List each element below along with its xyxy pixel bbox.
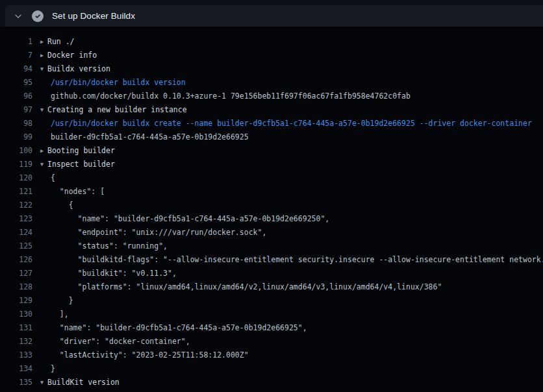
log-row[interactable]: 1 ▶ Run ./	[0, 35, 543, 49]
log-text: Docker info	[47, 49, 97, 62]
log-row: 125 "status": "running",	[0, 239, 543, 253]
log-text: /usr/bin/docker buildx version	[47, 76, 186, 90]
group-toggle-icon	[40, 130, 47, 144]
log-text: github.com/docker/buildx 0.10.3+azure-1 …	[47, 90, 410, 103]
line-number-link[interactable]: 131	[0, 321, 32, 335]
log-text: Booting builder	[47, 144, 115, 158]
line-number-link[interactable]: 123	[0, 212, 32, 226]
log-row: 128 "platforms": "linux/amd64,linux/amd6…	[0, 280, 543, 294]
group-toggle-icon	[40, 294, 47, 308]
group-expand-icon[interactable]: ▶	[40, 144, 47, 158]
log-text: "lastActivity": "2023-02-25T11:58:12.000…	[47, 349, 249, 362]
line-number-link[interactable]: 7	[0, 49, 32, 62]
log-text: "endpoint": "unix:///var/run/docker.sock…	[47, 226, 266, 239]
log-text: }	[47, 362, 55, 376]
group-toggle-icon	[40, 308, 47, 321]
log-row: 121 "nodes": [	[0, 185, 543, 199]
line-number-link[interactable]: 100	[0, 144, 32, 158]
group-toggle-icon	[40, 335, 47, 349]
log-text: "platforms": "linux/amd64,linux/amd64/v2…	[47, 280, 442, 294]
log-row: 126 "buildkitd-flags": "--allow-insecure…	[0, 253, 543, 267]
log-text: Run ./	[47, 35, 75, 49]
log-row: 134 }	[0, 362, 543, 376]
line-number-link[interactable]: 1	[0, 35, 32, 49]
group-toggle-icon	[40, 212, 47, 226]
group-expand-icon[interactable]: ▶	[40, 35, 47, 49]
line-number-link[interactable]: 94	[0, 62, 32, 76]
group-collapse-icon[interactable]: ▼	[40, 376, 47, 389]
log-row[interactable]: 7 ▶ Docker info	[0, 49, 543, 62]
group-toggle-icon	[40, 267, 47, 280]
line-number-link[interactable]: 96	[0, 90, 32, 103]
line-number-link[interactable]: 135	[0, 376, 32, 389]
line-number-link[interactable]: 97	[0, 103, 32, 117]
check-circle-icon	[32, 10, 44, 22]
line-number-link[interactable]: 130	[0, 308, 32, 321]
log-row: 129 }	[0, 294, 543, 308]
line-number-link[interactable]: 119	[0, 158, 32, 171]
step-header[interactable]: Set up Docker Buildx	[5, 5, 543, 27]
line-number-link[interactable]: 127	[0, 267, 32, 280]
log-row[interactable]: 135 ▼ BuildKit version	[0, 376, 543, 389]
log-container: 1 ▶ Run ./ 7 ▶ Docker info 94 ▼ Buildx v…	[0, 27, 543, 392]
log-row[interactable]: 97 ▼ Creating a new builder instance	[0, 103, 543, 117]
log-text: "name": "builder-d9cfb5a1-c764-445a-a57e…	[47, 321, 307, 335]
group-toggle-icon	[40, 90, 47, 103]
log-row[interactable]: 94 ▼ Buildx version	[0, 62, 543, 76]
log-text: {	[47, 199, 73, 212]
group-toggle-icon	[40, 280, 47, 294]
log-text: Inspect builder	[47, 158, 115, 171]
log-row: 99 builder-d9cfb5a1-c764-445a-a57e-0b19d…	[0, 130, 543, 144]
step-title: Set up Docker Buildx	[52, 11, 135, 21]
log-row[interactable]: 119 ▼ Inspect builder	[0, 158, 543, 171]
log-row[interactable]: 100 ▶ Booting builder	[0, 144, 543, 158]
log-row: 132 "driver": "docker-container",	[0, 335, 543, 349]
group-toggle-icon	[40, 171, 47, 185]
line-number-link[interactable]: 125	[0, 239, 32, 253]
log-text: {	[47, 171, 55, 185]
chevron-down-icon[interactable]	[14, 12, 23, 21]
line-number-link[interactable]: 98	[0, 117, 32, 130]
log-text: "buildkit": "v0.11.3",	[47, 267, 177, 280]
line-number-link[interactable]: 122	[0, 199, 32, 212]
log-row: 124 "endpoint": "unix:///var/run/docker.…	[0, 226, 543, 239]
group-toggle-icon	[40, 321, 47, 335]
log-text: Creating a new builder instance	[47, 103, 187, 117]
log-text: "name": "builder-d9cfb5a1-c764-445a-a57e…	[47, 212, 329, 226]
group-toggle-icon	[40, 362, 47, 376]
line-number-link[interactable]: 136	[0, 389, 32, 392]
log-row: 133 "lastActivity": "2023-02-25T11:58:12…	[0, 349, 543, 362]
line-number-link[interactable]: 132	[0, 335, 32, 349]
line-number-link[interactable]: 134	[0, 362, 32, 376]
line-number-link[interactable]: 99	[0, 130, 32, 144]
log-text: "buildkitd-flags": "--allow-insecure-ent…	[47, 253, 543, 267]
line-number-link[interactable]: 95	[0, 76, 32, 90]
line-number-link[interactable]: 126	[0, 253, 32, 267]
group-toggle-icon	[40, 239, 47, 253]
log-row: 98 /usr/bin/docker buildx create --name …	[0, 117, 543, 130]
line-number-link[interactable]: 120	[0, 171, 32, 185]
log-row: 136 builder-d9cfb5a1-c764-445a-a57e-0b19…	[0, 389, 543, 392]
group-expand-icon[interactable]: ▶	[40, 49, 47, 62]
log-row: 123 "name": "builder-d9cfb5a1-c764-445a-…	[0, 212, 543, 226]
group-toggle-icon	[40, 117, 47, 130]
line-number-link[interactable]: 121	[0, 185, 32, 199]
log-row: 130 ],	[0, 308, 543, 321]
group-collapse-icon[interactable]: ▼	[40, 158, 47, 171]
log-row: 131 "name": "builder-d9cfb5a1-c764-445a-…	[0, 321, 543, 335]
log-text: "driver": "docker-container",	[47, 335, 190, 349]
line-number-link[interactable]: 129	[0, 294, 32, 308]
group-collapse-icon[interactable]: ▼	[40, 62, 47, 76]
log-text: builder-d9cfb5a1-c764-445a-a57e-0b19d2e6…	[47, 130, 249, 144]
log-text: ],	[47, 308, 69, 321]
line-number-link[interactable]: 133	[0, 349, 32, 362]
group-toggle-icon	[40, 185, 47, 199]
log-text: /usr/bin/docker buildx create --name bui…	[47, 117, 532, 130]
group-toggle-icon	[40, 349, 47, 362]
log-row: 127 "buildkit": "v0.11.3",	[0, 267, 543, 280]
group-collapse-icon[interactable]: ▼	[40, 103, 47, 117]
group-toggle-icon	[40, 226, 47, 239]
log-text: }	[47, 294, 73, 308]
line-number-link[interactable]: 124	[0, 226, 32, 239]
line-number-link[interactable]: 128	[0, 280, 32, 294]
